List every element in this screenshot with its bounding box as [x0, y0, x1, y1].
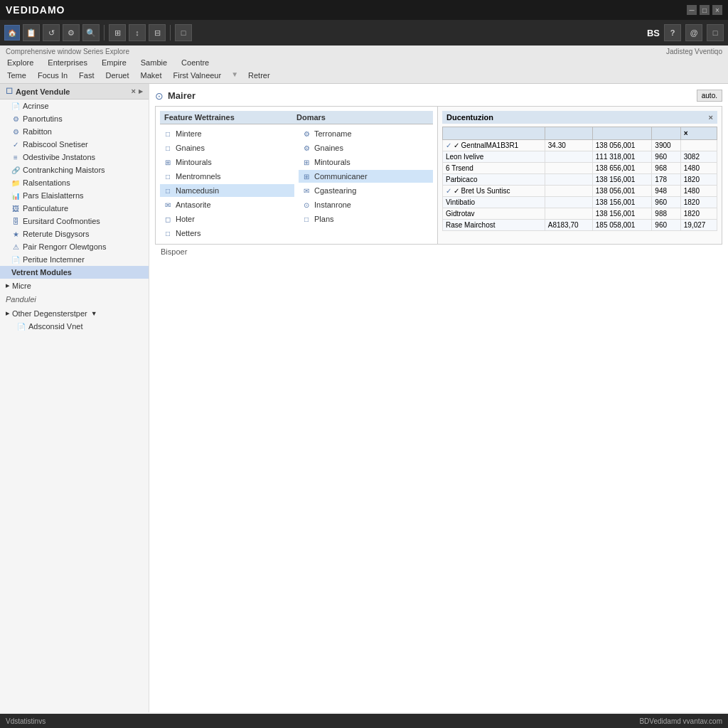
sidebar-item-peritue[interactable]: 📄 Peritue Inctemner: [0, 253, 149, 266]
module-entry-mintourals2[interactable]: ⊞ Mintourals: [299, 156, 433, 168]
table-cell-val4: 3082: [680, 151, 717, 163]
window-icon[interactable]: □: [175, 24, 192, 41]
layout-icon[interactable]: ⊞: [109, 24, 126, 41]
menu-coentre[interactable]: Coentre: [180, 58, 210, 68]
table-row[interactable]: ✓ GentnalMA1B3R1 34.30 138 056,001 3900: [443, 140, 717, 151]
sidebar-item-rabitton[interactable]: ⚙ Rabitton: [0, 125, 149, 138]
sidebar-item-contrankching[interactable]: 🔗 Contrankching Maistors: [0, 164, 149, 176]
close-button[interactable]: ×: [712, 5, 722, 15]
arrow-icon[interactable]: ↕: [129, 24, 146, 41]
toolbar-icon-3[interactable]: □: [707, 24, 724, 41]
menu-retrer[interactable]: Retrer: [247, 70, 272, 80]
sidebar-expand-micre[interactable]: ▸ Micre: [0, 279, 149, 292]
sidebar-expand-btn[interactable]: ▸: [139, 87, 143, 96]
module-entry-namcedusin[interactable]: □ Namcedusin: [160, 184, 294, 197]
copy-icon[interactable]: 📋: [23, 24, 40, 41]
menu-explore[interactable]: Explore: [6, 58, 35, 68]
module-entry-mintourals[interactable]: ⊞ Mintourals: [160, 156, 294, 168]
sidebar-item-rabiscool[interactable]: ✓ Rabiscool Snetiser: [0, 138, 149, 151]
right-panel-close-btn[interactable]: ×: [709, 113, 713, 122]
table-cell-val1: [545, 186, 592, 197]
sidebar-item-panortutins[interactable]: ⚙ Panortutins: [0, 112, 149, 125]
table-row[interactable]: Leon Ivelive 111 318,001 960 3082: [443, 151, 717, 163]
module-icon-3: ⊞: [163, 157, 173, 167]
sidebar-expand-other[interactable]: ▸ Other Degensterstper ▼: [0, 306, 149, 320]
doc-icon: 📄: [11, 102, 20, 110]
table-row[interactable]: Gidtrotav 138 156,001 988 1820: [443, 208, 717, 220]
menu-sambie[interactable]: Sambie: [139, 58, 168, 68]
table-cell-val3: 3900: [652, 140, 680, 151]
status-bar: Vdstatistinvs BDVedidamd vvantav.com: [0, 714, 728, 728]
sidebar-pandulei-label: Pandulei: [6, 295, 36, 304]
menu-teme[interactable]: Teme: [6, 70, 28, 80]
sidebar-adsconsid-label: Adsconsid Vnet: [28, 322, 82, 331]
module-entry-gnaines2[interactable]: ⚙ Gnaines: [299, 141, 433, 154]
settings-icon[interactable]: ⚙: [63, 24, 80, 41]
module-entry-antasorite[interactable]: ✉ Antasorite: [160, 198, 294, 211]
module-entry-hoter[interactable]: ◻ Hoter: [160, 213, 294, 225]
module-entry-cgastearing[interactable]: ✉ Cgastearing: [299, 184, 433, 197]
list-icon: ≡: [11, 153, 20, 161]
menu-empire[interactable]: Empire: [100, 58, 128, 68]
module-entry-terroname[interactable]: ⚙ Terroname: [299, 127, 433, 140]
menu-maket[interactable]: Maket: [139, 70, 164, 80]
menu-path: Comprehensive window Series Explore: [6, 47, 129, 56]
search-icon[interactable]: 🔍: [82, 24, 100, 41]
module-entry-plans[interactable]: □ Plans: [299, 213, 433, 225]
table-row[interactable]: Vintibatio 138 156,001 960 1820: [443, 197, 717, 208]
table-row[interactable]: Rase Mairchost A8183,70 185 058,001 960 …: [443, 220, 717, 231]
menu-fast[interactable]: Fast: [77, 70, 95, 80]
module-entry-gnaines[interactable]: □ Gnaines: [160, 141, 294, 154]
minimize-button[interactable]: ─: [687, 5, 697, 15]
menu-dropdown-arrow[interactable]: ▼: [231, 70, 238, 80]
table-cell-val3: 178: [652, 174, 680, 186]
toolbar-icon-1[interactable]: ?: [664, 24, 681, 41]
module-entry-mentromnels[interactable]: □ Mentromnels: [160, 170, 294, 183]
module-label-mentromnels: Mentromnels: [176, 172, 221, 181]
table-row[interactable]: Parbicaco 138 156,001 178 1820: [443, 174, 717, 186]
table-row[interactable]: 6 Trsend 138 656,001 968 1480: [443, 163, 717, 174]
module-icon-1: □: [163, 129, 173, 139]
menu-first-valneeur[interactable]: First Valneeur: [172, 70, 223, 80]
sidebar-collapse-btn[interactable]: ×: [132, 87, 136, 96]
menu-focus-in[interactable]: Focus In: [36, 70, 69, 80]
check-icon: ✓: [11, 140, 20, 149]
sidebar-item-pars[interactable]: 📊 Pars Elaislatterns: [0, 189, 149, 202]
module-label-hoter: Hoter: [176, 215, 195, 223]
sidebar-item-reterute[interactable]: ★ Reterute Disgysors: [0, 228, 149, 240]
table-cell-name: 6 Trsend: [443, 163, 545, 174]
module-icon-b5: ✉: [301, 186, 311, 196]
table-row[interactable]: ✓ Bret Us Suntisc 138 056,001 948 1480: [443, 186, 717, 197]
sidebar-item-vetrent[interactable]: Vetrent Modules: [0, 266, 149, 279]
refresh-icon[interactable]: ↺: [43, 24, 60, 41]
table-cell-val4: 1480: [680, 186, 717, 197]
sidebar-item-odestivibe[interactable]: ≡ Odestivibe Jnstatons: [0, 151, 149, 164]
module-label-mintourals2: Mintourals: [314, 158, 350, 166]
content-title: Mairer: [168, 90, 196, 101]
menu-enterprises[interactable]: Enterprises: [46, 58, 89, 68]
module-icon-2: □: [163, 143, 173, 153]
doc-icon-2: 📄: [11, 255, 20, 264]
sidebar-item-ralsentations[interactable]: 📁 Ralsentations: [0, 176, 149, 189]
auto-button[interactable]: auto.: [697, 90, 722, 102]
toolbar-icon-2[interactable]: @: [685, 24, 702, 41]
module-label-netters: Netters: [176, 229, 200, 237]
sidebar-item-acrinse[interactable]: 📄 Acrinse: [0, 100, 149, 112]
grid-icon[interactable]: ⊟: [149, 24, 166, 41]
module-entry-netters[interactable]: □ Netters: [160, 227, 294, 240]
home-icon[interactable]: 🏠: [4, 25, 20, 41]
module-entry-mintere[interactable]: □ Mintere: [160, 127, 294, 140]
restore-button[interactable]: □: [700, 5, 710, 15]
module-entry-instanrone[interactable]: ⊙ Instanrone: [299, 198, 433, 211]
table-cell-val1: [545, 174, 592, 186]
sidebar-item-eursitard[interactable]: 🗄 Eursitard Coofmonties: [0, 215, 149, 228]
sidebar-item-panticulature[interactable]: 🖼 Panticulature: [0, 202, 149, 215]
sidebar-item-adsconsid[interactable]: 📄 Adsconsid Vnet: [0, 320, 149, 333]
sidebar-label-vetrent: Vetrent Modules: [11, 268, 72, 277]
table-cell-name: Gidtrotav: [443, 208, 545, 220]
table-cell-val3: 988: [652, 208, 680, 220]
table-cell-val2: 138 156,001: [592, 208, 652, 220]
module-entry-communicaner[interactable]: ⊞ Communicaner: [299, 170, 433, 183]
menu-deruet[interactable]: Deruet: [105, 70, 131, 80]
sidebar-item-pair[interactable]: ⚠ Pair Rengorr Olewtgons: [0, 240, 149, 253]
